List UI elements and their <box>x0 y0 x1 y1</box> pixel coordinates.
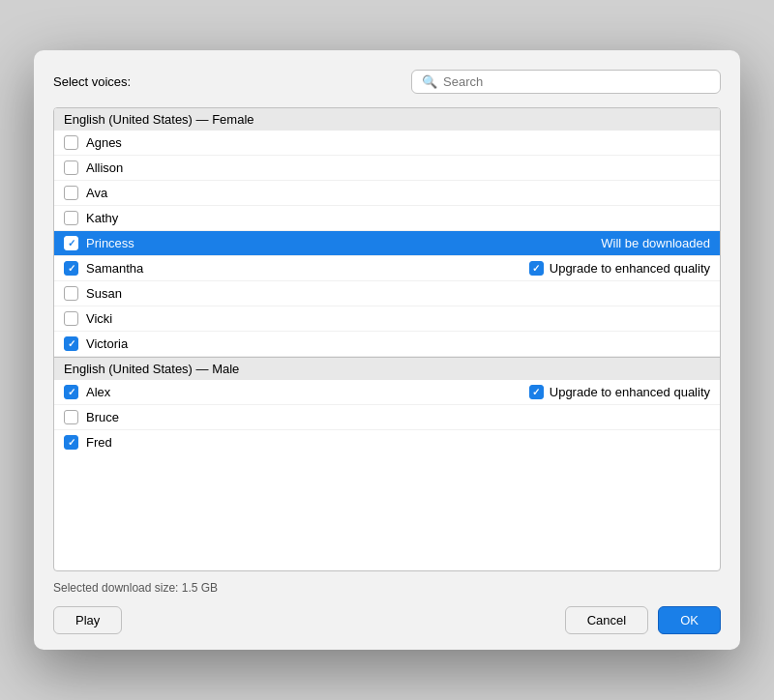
item-name-alex: Alex <box>86 385 529 399</box>
group-header-en-us-male: English (United States) — Male <box>54 357 720 380</box>
item-name-samantha: Samantha <box>86 261 529 276</box>
item-action-princess: Will be downloaded <box>601 236 710 250</box>
right-buttons: Cancel OK <box>565 606 721 634</box>
download-size-info: Selected download size: 1.5 GB <box>53 581 721 595</box>
play-button[interactable]: Play <box>53 606 122 634</box>
search-icon: 🔍 <box>422 74 437 89</box>
action-text-princess: Will be downloaded <box>601 236 710 250</box>
list-item-allison[interactable]: Allison <box>54 156 720 181</box>
dialog-header: Select voices: 🔍 <box>53 70 721 94</box>
list-item-vicki[interactable]: Vicki <box>54 306 720 332</box>
checkbox-kathy[interactable] <box>64 211 78 225</box>
group-header-en-us-female: English (United States) — Female <box>54 108 720 131</box>
checkbox-victoria[interactable] <box>64 336 78 351</box>
item-name-bruce: Bruce <box>86 410 710 424</box>
list-item-samantha[interactable]: SamanthaUpgrade to enhanced quality <box>54 256 720 281</box>
checkbox-alex[interactable] <box>64 385 78 399</box>
checkbox-susan[interactable] <box>64 286 78 301</box>
action-checkbox-samantha[interactable] <box>529 261 544 276</box>
item-name-agnes: Agnes <box>86 135 710 150</box>
action-checkbox-alex[interactable] <box>529 385 544 399</box>
item-name-princess: Princess <box>86 236 601 250</box>
list-item-susan[interactable]: Susan <box>54 281 720 306</box>
item-name-ava: Ava <box>86 186 710 200</box>
list-item-kathy[interactable]: Kathy <box>54 206 720 231</box>
checkbox-bruce[interactable] <box>64 410 78 424</box>
list-item-agnes[interactable]: Agnes <box>54 131 720 156</box>
checkbox-agnes[interactable] <box>64 135 78 150</box>
item-name-susan: Susan <box>86 286 710 301</box>
search-input[interactable] <box>443 74 710 89</box>
item-name-allison: Allison <box>86 160 710 175</box>
list-item-princess[interactable]: PrincessWill be downloaded <box>54 231 720 256</box>
checkbox-ava[interactable] <box>64 186 78 200</box>
list-item-fred[interactable]: Fred <box>54 430 720 454</box>
list-item-ava[interactable]: Ava <box>54 181 720 206</box>
list-item-alex[interactable]: AlexUpgrade to enhanced quality <box>54 380 720 405</box>
voice-list: English (United States) — FemaleAgnesAll… <box>53 107 721 571</box>
item-name-victoria: Victoria <box>86 336 710 351</box>
checkbox-princess[interactable] <box>64 236 78 250</box>
item-name-kathy: Kathy <box>86 211 710 225</box>
list-item-victoria[interactable]: Victoria <box>54 332 720 357</box>
item-name-vicki: Vicki <box>86 311 710 326</box>
item-action-samantha: Upgrade to enhanced quality <box>529 261 710 276</box>
ok-button[interactable]: OK <box>658 606 721 634</box>
checkbox-fred[interactable] <box>64 435 78 450</box>
action-text-alex: Upgrade to enhanced quality <box>550 385 710 399</box>
select-voices-label: Select voices: <box>53 74 131 89</box>
action-text-samantha: Upgrade to enhanced quality <box>550 261 710 276</box>
cancel-button[interactable]: Cancel <box>565 606 648 634</box>
checkbox-vicki[interactable] <box>64 311 78 326</box>
dialog: Select voices: 🔍 English (United States)… <box>34 50 740 650</box>
checkbox-samantha[interactable] <box>64 261 78 276</box>
footer-buttons: Play Cancel OK <box>53 606 721 634</box>
checkbox-allison[interactable] <box>64 160 78 175</box>
list-item-bruce[interactable]: Bruce <box>54 405 720 430</box>
item-name-fred: Fred <box>86 435 710 450</box>
item-action-alex: Upgrade to enhanced quality <box>529 385 710 399</box>
search-box[interactable]: 🔍 <box>411 70 721 94</box>
